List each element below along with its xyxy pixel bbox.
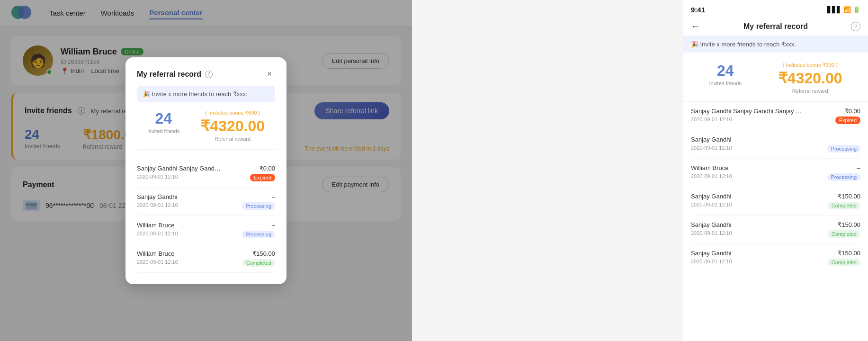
mobile-record-item: Sanjay Gandhi Sanjay Gandhi Sanjay Ga...… bbox=[691, 102, 860, 130]
modal-overlay: My referral record ? × 🎉 Invite x more f… bbox=[0, 0, 412, 341]
mobile-record-name: Sanjay Gandhi bbox=[691, 136, 732, 143]
modal-stats: 24 Invited friends ( Includes bonus ₹600… bbox=[137, 110, 275, 150]
mobile-record-amount: – bbox=[827, 136, 860, 143]
record-item: William Bruce 2020-09-01 12:10 ₹150.00 C… bbox=[137, 244, 275, 273]
status-badge: Processing bbox=[242, 231, 275, 238]
record-right: – Processing bbox=[242, 222, 275, 238]
modal-invited-count: 24 bbox=[147, 110, 179, 127]
mobile-record-item: Sanjay Gandhi 2020-09-01 12:10 ₹150.00 C… bbox=[691, 215, 860, 244]
mobile-record-date: 2020-09-01 12:10 bbox=[691, 202, 732, 207]
mobile-reward-value: ₹4320.00 bbox=[778, 69, 842, 87]
mobile-record-date: 2020-09-01 12:10 bbox=[691, 173, 732, 179]
referral-record-modal: My referral record ? × 🎉 Invite x more f… bbox=[125, 57, 286, 284]
record-date: 2020-09-01 12:10 bbox=[137, 202, 178, 208]
status-time: 9:41 bbox=[691, 6, 705, 14]
modal-reward-value: ₹4320.00 bbox=[200, 117, 265, 135]
modal-invite-banner: 🎉 Invite x more friends to reach ₹xxx. bbox=[137, 86, 275, 102]
mobile-record-name: Sanjay Gandhi bbox=[691, 221, 732, 228]
signal-icon: ▋▋▋ bbox=[827, 6, 841, 13]
mobile-record-amount: ₹0.00 bbox=[835, 108, 860, 115]
record-item: Sanjay Gandhi 2020-09-01 12:10 – Process… bbox=[137, 188, 275, 216]
record-right: ₹0.00 Expired bbox=[250, 165, 275, 181]
mobile-stats: 24 Invited friends ( Includes bonus ₹600… bbox=[683, 53, 868, 102]
mobile-record-amount: ₹150.00 bbox=[828, 221, 860, 228]
mobile-record-name: William Bruce bbox=[691, 164, 732, 171]
mobile-status-badge: Completed bbox=[828, 202, 860, 209]
mobile-record-amount: ₹150.00 bbox=[828, 193, 860, 200]
modal-title-row: My referral record ? bbox=[137, 70, 213, 79]
mobile-record-name: Sanjay Gandhi bbox=[691, 250, 732, 257]
record-date: 2020-09-01 12:10 bbox=[137, 231, 178, 236]
record-name: Sanjay Gandhi bbox=[137, 193, 178, 200]
mobile-record-item: Sanjay Gandhi 2020-09-01 12:10 ₹150.00 C… bbox=[691, 187, 860, 215]
mobile-record-left: Sanjay Gandhi 2020-09-01 12:10 bbox=[691, 193, 732, 207]
modal-invited-label: Invited friends bbox=[147, 128, 179, 134]
status-badge: Processing bbox=[242, 202, 275, 210]
mobile-record-date: 2020-09-01 12:10 bbox=[691, 145, 732, 151]
record-amount: – bbox=[242, 222, 275, 229]
mobile-invited-count: 24 bbox=[709, 62, 741, 80]
record-left: William Bruce 2020-09-01 12:10 bbox=[137, 222, 178, 236]
left-panel-wrapper: Task center Workloads Personal center 🧑 … bbox=[0, 0, 412, 341]
record-name: William Bruce bbox=[137, 222, 178, 229]
record-name: Sanjay Gandhi Sanjay Gandhi Sanjay Ga... bbox=[137, 165, 222, 172]
modal-close-button[interactable]: × bbox=[264, 69, 275, 80]
record-amount: – bbox=[242, 193, 275, 200]
mobile-record-item: William Bruce 2020-09-01 12:10 – Process… bbox=[691, 159, 860, 187]
mobile-invite-banner: 🎉 Invite x more friends to reach ₹xxx. bbox=[683, 36, 868, 53]
record-item: William Bruce 2020-09-01 12:10 – Process… bbox=[137, 216, 275, 244]
record-left: Sanjay Gandhi 2020-09-01 12:10 bbox=[137, 193, 178, 208]
record-amount: ₹0.00 bbox=[250, 165, 275, 172]
modal-bonus-label: ( Includes bonus ₹600 ) bbox=[200, 110, 265, 116]
status-badge: Completed bbox=[242, 259, 275, 267]
mobile-help-icon[interactable]: ? bbox=[851, 22, 860, 31]
mobile-record-right: ₹150.00 Completed bbox=[828, 193, 860, 209]
mobile-record-left: Sanjay Gandhi 2020-09-01 12:10 bbox=[691, 136, 732, 151]
mobile-record-amount: – bbox=[827, 164, 860, 171]
mobile-status-badge: Processing bbox=[827, 145, 860, 153]
mobile-record-right: ₹150.00 Completed bbox=[828, 250, 860, 266]
mobile-record-date: 2020-09-01 12:10 bbox=[691, 259, 732, 264]
mobile-reward-label: Referral reward bbox=[778, 88, 842, 94]
record-amount: ₹150.00 bbox=[242, 250, 275, 257]
mobile-status-badge: Processing bbox=[827, 173, 860, 181]
mobile-content: 🎉 Invite x more friends to reach ₹xxx. 2… bbox=[683, 36, 868, 341]
battery-icon: 🔋 bbox=[853, 6, 860, 13]
mobile-reward-stat: ( Includes bonus ₹600 ) ₹4320.00 Referra… bbox=[778, 62, 842, 94]
modal-invited-stat: 24 Invited friends bbox=[147, 110, 179, 142]
modal-header: My referral record ? × bbox=[137, 69, 275, 80]
mobile-record-item: Sanjay Gandhi 2020-09-01 12:10 ₹150.00 C… bbox=[691, 244, 860, 272]
mobile-record-name: Sanjay Gandhi bbox=[691, 193, 732, 200]
record-item: Sanjay Gandhi Sanjay Gandhi Sanjay Ga...… bbox=[137, 159, 275, 188]
right-panel: 9:41 ▋▋▋ 📶 🔋 ← My referral record ? 🎉 In… bbox=[412, 0, 868, 341]
modal-title: My referral record bbox=[137, 70, 201, 79]
mobile-record-left: Sanjay Gandhi 2020-09-01 12:10 bbox=[691, 250, 732, 264]
mobile-record-item: Sanjay Gandhi 2020-09-01 12:10 – Process… bbox=[691, 130, 860, 159]
mobile-status-badge: Completed bbox=[828, 230, 860, 238]
record-left: Sanjay Gandhi Sanjay Gandhi Sanjay Ga...… bbox=[137, 165, 222, 179]
mobile-invited-stat: 24 Invited friends bbox=[709, 62, 741, 94]
mobile-status-badge: Expired bbox=[835, 117, 860, 124]
status-icons: ▋▋▋ 📶 🔋 bbox=[827, 6, 860, 13]
status-badge: Expired bbox=[250, 174, 275, 181]
modal-info-icon[interactable]: ? bbox=[205, 71, 213, 78]
mobile-record-date: 2020-09-01 12:10 bbox=[691, 117, 805, 122]
modal-reward-stat: ( Includes bonus ₹600 ) ₹4320.00 Referra… bbox=[200, 110, 265, 142]
modal-reward-label: Referral reward bbox=[200, 136, 265, 142]
mobile-status-badge: Completed bbox=[828, 259, 860, 266]
mobile-record-amount: ₹150.00 bbox=[828, 250, 860, 257]
wifi-icon: 📶 bbox=[843, 6, 851, 13]
mobile-record-left: William Bruce 2020-09-01 12:10 bbox=[691, 164, 732, 179]
mobile-record-right: – Processing bbox=[827, 136, 860, 153]
mobile-title: My referral record bbox=[706, 22, 845, 31]
record-right: ₹150.00 Completed bbox=[242, 250, 275, 267]
mobile-record-left: Sanjay Gandhi Sanjay Gandhi Sanjay Ga...… bbox=[691, 108, 805, 122]
record-name: William Bruce bbox=[137, 250, 178, 257]
mobile-bonus-label: ( Includes bonus ₹600 ) bbox=[778, 62, 842, 68]
mobile-record-right: – Processing bbox=[827, 164, 860, 181]
mobile-record-date: 2020-09-01 12:10 bbox=[691, 230, 732, 236]
record-date: 2020-09-01 12:10 bbox=[137, 174, 222, 179]
record-right: – Processing bbox=[242, 193, 275, 210]
mobile-record-right: ₹0.00 Expired bbox=[835, 108, 860, 124]
mobile-back-button[interactable]: ← bbox=[691, 21, 700, 32]
